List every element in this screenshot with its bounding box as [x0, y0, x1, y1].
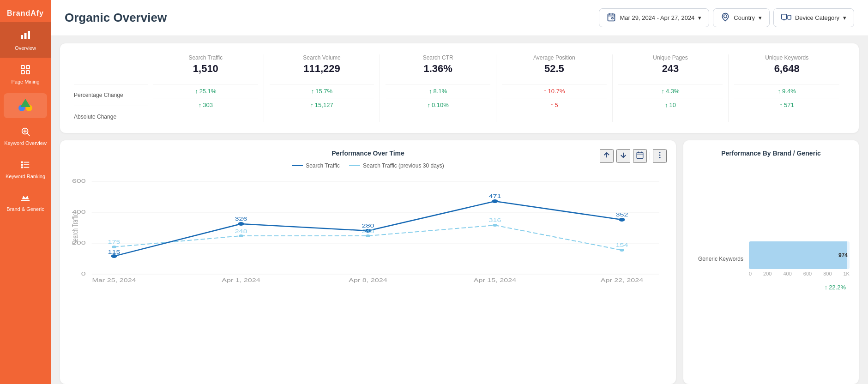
brand-chart-content: Generic Keywords 974 0 200 400 — [693, 162, 850, 369]
data-point-1-current — [238, 222, 244, 226]
brand-generic-card: Performance By Brand / Generic Generic K… — [683, 140, 859, 384]
calendar-icon — [607, 12, 616, 23]
sidebar-item-brand-generic[interactable]: Brand & Generic — [0, 186, 51, 219]
legend-item-current: Search Traffic — [292, 162, 340, 169]
metric-col-1-pct: ↑ 15.7% — [311, 86, 332, 96]
metrics-card: Percentage Change Absolute Change Search… — [60, 43, 859, 133]
metric-col-1-abs: ↑ 15,127 — [310, 100, 333, 110]
svg-rect-29 — [788, 15, 791, 19]
brand-pct-change: ↑ 22.2% — [825, 284, 846, 291]
legend-label-current: Search Traffic — [306, 162, 340, 169]
sidebar-item-keyword-ranking-label: Keyword Ranking — [6, 174, 45, 180]
sidebar-item-google-ads[interactable] — [4, 93, 47, 118]
metric-unique-keywords: Unique Keywords 6,648 ↑ 9.4% ↑ 571 — [729, 54, 845, 122]
chart-up-btn[interactable] — [600, 149, 614, 163]
svg-rect-4 — [26, 66, 30, 69]
sidebar-item-keyword-overview[interactable]: Keyword Overview — [0, 120, 51, 153]
chart-calendar-btn[interactable] — [633, 149, 647, 163]
list-icon — [20, 160, 30, 171]
date-range-filter[interactable]: Mar 29, 2024 - Apr 27, 2024 ▾ — [599, 8, 709, 27]
legend-line-dashed — [349, 165, 360, 166]
svg-rect-20 — [608, 14, 615, 21]
brand-row-label: Generic Keywords — [693, 256, 743, 262]
svg-rect-33 — [637, 152, 643, 159]
svg-rect-2 — [28, 31, 30, 39]
brand-pct-change-area: ↑ 22.2% — [693, 280, 850, 291]
metric-col-4-pct: ↑ 4.3% — [661, 86, 679, 96]
metric-col-2-value: 1.36% — [423, 63, 452, 75]
sidebar-item-keyword-ranking[interactable]: Keyword Ranking — [0, 153, 51, 186]
brand-bar-value: 974 — [838, 252, 848, 258]
device-icon — [781, 12, 791, 23]
svg-text:248: 248 — [362, 229, 374, 234]
sidebar-item-brand-generic-label: Brand & Generic — [6, 206, 44, 212]
svg-text:Apr 22, 2024: Apr 22, 2024 — [601, 278, 644, 283]
metric-col-2-label: Search CTR — [423, 54, 453, 61]
sidebar-item-overview[interactable]: Overview — [0, 22, 51, 58]
metric-col-0-pct: ↑ 25.1% — [195, 86, 216, 96]
metric-col-0-value: 1,510 — [193, 63, 218, 75]
svg-text:326: 326 — [235, 216, 247, 222]
svg-rect-28 — [782, 14, 787, 19]
brand-bar: 974 — [749, 241, 850, 269]
chart-header: Performance Over Time — [69, 150, 667, 162]
svg-text:Apr 8, 2024: Apr 8, 2024 — [349, 278, 387, 283]
svg-point-27 — [724, 15, 727, 18]
brand-bar-row: Generic Keywords 974 0 200 400 — [693, 241, 850, 276]
svg-marker-9 — [20, 99, 30, 107]
svg-point-19 — [21, 167, 23, 168]
svg-text:115: 115 — [108, 250, 121, 255]
performance-chart-title: Performance Over Time — [332, 150, 404, 157]
metrics-grid: Search Traffic 1,510 ↑ 25.1% ↑ 303 Sea — [148, 54, 845, 122]
nav-items: Overview Page Mining — [0, 22, 51, 384]
legend-label-previous: Search Traffic (previous 30 days) — [363, 162, 444, 169]
sidebar-item-page-mining[interactable]: Page Mining — [0, 58, 51, 91]
chart-down-btn[interactable] — [616, 149, 630, 163]
svg-text:0: 0 — [81, 271, 86, 276]
svg-rect-3 — [21, 66, 24, 69]
metric-search-ctr: Search CTR 1.36% ↑ 8.1% ↑ 0.10% — [380, 54, 496, 122]
country-label: Country — [734, 14, 755, 21]
metric-col-3-pct: ↑ 10.7% — [543, 86, 565, 96]
date-range-arrow: ▾ — [698, 14, 701, 21]
svg-rect-5 — [21, 71, 24, 74]
device-category-filter[interactable]: Device Category ▾ — [773, 8, 854, 27]
metric-col-4-value: 243 — [662, 63, 679, 75]
svg-point-18 — [21, 164, 23, 165]
data-point-0-prev — [112, 246, 116, 248]
header: Organic Overview Mar 29, 2024 - Apr 27, … — [51, 0, 868, 36]
metric-col-5-abs: ↑ 571 — [780, 100, 794, 110]
sidebar-item-page-mining-label: Page Mining — [11, 79, 39, 85]
chart-more-btn[interactable] — [653, 149, 667, 163]
search-icon — [20, 126, 30, 138]
chart-legend: Search Traffic Search Traffic (previous … — [69, 162, 667, 169]
brand-chart-title: Performance By Brand / Generic — [693, 150, 850, 157]
sidebar-item-keyword-overview-label: Keyword Overview — [4, 140, 47, 146]
metric-avg-position: Average Position 52.5 ↑ 10.7% ↑ 5 — [496, 54, 613, 122]
data-point-4-current — [619, 218, 625, 222]
logo-afy: Afy — [30, 9, 44, 17]
svg-rect-0 — [21, 35, 23, 39]
data-point-3-current — [492, 199, 498, 203]
chart-svg-wrapper: 600 400 200 0 Search Traffic Mar 25, 202… — [69, 174, 667, 284]
svg-point-38 — [659, 155, 661, 156]
data-point-1-prev — [239, 234, 243, 237]
svg-text:352: 352 — [615, 212, 628, 217]
page-title: Organic Overview — [65, 11, 167, 25]
svg-point-37 — [659, 152, 661, 153]
svg-rect-1 — [24, 33, 27, 39]
metric-col-2-abs: ↑ 0.10% — [427, 100, 448, 110]
legend-line-solid — [292, 165, 303, 166]
arrow-up-icon: ↑ — [195, 88, 198, 95]
metric-col-5-pct: ↑ 9.4% — [778, 86, 796, 96]
metric-search-volume: Search Volume 111,229 ↑ 15.7% ↑ 15,127 — [264, 54, 380, 122]
svg-line-11 — [27, 134, 30, 136]
device-category-label: Device Category — [795, 14, 839, 21]
brand-bar-container: 974 0 200 400 600 800 1K — [749, 241, 850, 276]
crown-icon — [20, 192, 30, 204]
metric-col-1-label: Search Volume — [303, 54, 340, 61]
data-point-3-prev — [493, 224, 497, 227]
metric-col-3-label: Average Position — [533, 54, 575, 61]
country-filter[interactable]: Country ▾ — [713, 8, 770, 27]
svg-text:175: 175 — [108, 240, 121, 245]
